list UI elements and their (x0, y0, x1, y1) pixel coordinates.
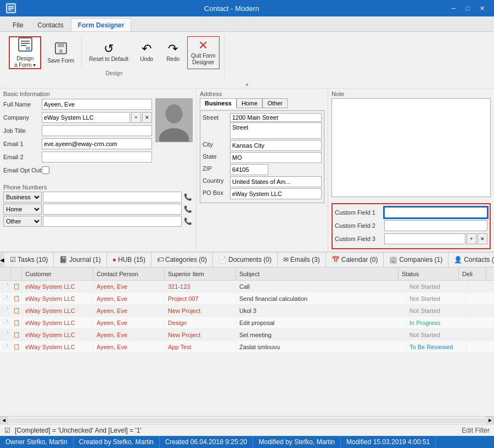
tab-categories[interactable]: 🏷 Categories (0) (151, 252, 213, 267)
categories-label: Categories (0) (165, 256, 207, 264)
phone-home-icon[interactable]: 📞 (183, 204, 193, 215)
street1-input[interactable] (230, 113, 322, 122)
note-textarea[interactable] (332, 98, 491, 197)
custom-field-3-remove-button[interactable]: ✕ (478, 233, 487, 244)
job-title-input[interactable] (42, 125, 152, 136)
hscroll-right-button[interactable]: ▶ (486, 417, 494, 424)
row2-contact[interactable]: Ayeen, Eve (93, 293, 165, 304)
row5-customer[interactable]: eWay System LLC (22, 329, 93, 340)
custom-field-3-input[interactable] (384, 233, 465, 244)
street2-input[interactable]: Street (230, 122, 322, 139)
row2-customer[interactable]: eWay System LLC (22, 293, 93, 304)
company-remove-button[interactable]: ✕ (142, 112, 152, 123)
row6-customer[interactable]: eWay System LLC (22, 341, 93, 352)
th-status[interactable]: Status (398, 267, 459, 280)
row6-contact[interactable]: Ayeen, Eve (93, 341, 165, 352)
form-scroll-up[interactable]: ▲ (0, 81, 494, 88)
row2-icon1: 📄 (0, 293, 11, 304)
tab-journal[interactable]: 📓 Journal (1) (54, 252, 106, 267)
row1-customer[interactable]: eWay System LLC (22, 281, 93, 292)
row6-subject: Zaslat smlouvu (236, 341, 406, 352)
row4-contact[interactable]: Ayeen, Eve (93, 317, 165, 328)
company-input[interactable] (42, 112, 130, 123)
th-customer[interactable]: Customer (22, 267, 93, 280)
tab-tasks[interactable]: ☑ Tasks (10) (4, 252, 54, 267)
row3-contact[interactable]: Ayeen, Eve (93, 305, 165, 316)
tab-form-designer[interactable]: Form Designer (71, 18, 132, 31)
phone-business-icon[interactable]: 📞 (183, 192, 193, 203)
full-name-input[interactable] (42, 99, 152, 110)
svg-rect-8 (26, 47, 30, 50)
tab-hub[interactable]: ● HUB (15) (107, 252, 151, 267)
th-superior[interactable]: Superior Item (165, 267, 236, 280)
phone-other-icon[interactable]: 📞 (183, 216, 193, 227)
custom-field-3-combo: + ✕ (384, 233, 487, 244)
country-input[interactable] (230, 176, 322, 187)
minimize-button[interactable]: ─ (447, 3, 460, 13)
company-field: + ✕ (42, 112, 152, 123)
row5-superior[interactable]: New Project (165, 329, 236, 340)
redo-button[interactable]: ↷ Redo (161, 36, 185, 69)
phone-home-input[interactable] (43, 204, 182, 215)
undo-button[interactable]: ↶ Undo (134, 36, 159, 69)
custom-field-1-input[interactable] (384, 207, 487, 218)
reset-to-default-button[interactable]: ↺ Reset to Default (85, 36, 132, 69)
hscroll-left-button[interactable]: ◀ (0, 417, 8, 424)
custom-field-3-add-button[interactable]: + (467, 233, 476, 244)
tabs-left-arrow[interactable]: ◀ (0, 252, 4, 267)
phone-business-type[interactable]: Business Home Other (3, 192, 42, 203)
horizontal-scrollbar[interactable]: ◀ ▶ (0, 416, 494, 424)
redo-icon: ↷ (168, 43, 178, 55)
tab-file[interactable]: File (5, 18, 30, 31)
row5-status: Not Started (406, 329, 467, 340)
tabs-bar: ◀ ☑ Tasks (10) 📓 Journal (1) ● HUB (15) … (0, 252, 494, 267)
save-form-button[interactable]: Save Form (43, 36, 78, 69)
phone-other-input[interactable] (43, 216, 182, 227)
row1-contact[interactable]: Ayeen, Eve (93, 281, 165, 292)
email-opt-out-checkbox[interactable] (42, 166, 49, 174)
row2-superior[interactable]: Project 007 (165, 293, 236, 304)
tab-contacts[interactable]: 👤 Contacts (0) (448, 252, 494, 267)
row3-superior[interactable]: New Project (165, 305, 236, 316)
company-add-button[interactable]: + (131, 112, 141, 123)
row5-contact[interactable]: Ayeen, Eve (93, 329, 165, 340)
note-header: Note (328, 88, 494, 98)
zip-input[interactable] (230, 164, 268, 175)
row3-customer[interactable]: eWay System LLC (22, 305, 93, 316)
phone-other-type[interactable]: Other Business Home (3, 216, 42, 227)
address-tab-other[interactable]: Other (262, 98, 288, 108)
restore-button[interactable]: □ (461, 3, 474, 13)
phone-home-type[interactable]: Home Business Other (3, 204, 42, 215)
hscroll-track[interactable] (9, 419, 485, 422)
table-row: 📄 📋 eWay System LLC Ayeen, Eve New Proje… (0, 329, 494, 341)
window-controls[interactable]: ─ □ ✕ (447, 3, 489, 13)
pobox-input[interactable] (230, 188, 322, 199)
tab-documents[interactable]: 📄 Documents (0) (213, 252, 278, 267)
row6-superior[interactable]: App Test (165, 341, 236, 352)
address-tab-home[interactable]: Home (237, 98, 262, 108)
row4-customer[interactable]: eWay System LLC (22, 317, 93, 328)
tab-companies[interactable]: 🏢 Companies (1) (384, 252, 448, 267)
design-form-button[interactable]: Designa Form ▾ (9, 36, 41, 69)
email1-input[interactable] (42, 138, 152, 149)
state-input[interactable] (230, 152, 322, 163)
close-button[interactable]: ✕ (475, 3, 489, 13)
th-deli[interactable]: Deli (459, 267, 486, 280)
th-contact[interactable]: Contact Person (93, 267, 165, 280)
quit-form-designer-button[interactable]: ✕ Quit FormDesigner (187, 36, 219, 69)
basic-info-column: Basic Information Full Name Company + ✕ … (0, 88, 197, 251)
th-subject[interactable]: Subject (236, 267, 398, 280)
email2-input[interactable] (42, 152, 152, 163)
tab-emails[interactable]: ✉ Emails (3) (278, 252, 326, 267)
edit-filter-button[interactable]: Edit Filter (462, 427, 490, 434)
tab-contacts[interactable]: Contacts (30, 18, 70, 31)
row1-superior[interactable]: 321-123 (165, 281, 236, 292)
address-tab-business[interactable]: Business (200, 98, 237, 108)
documents-label: Documents (0) (228, 256, 272, 264)
city-input[interactable] (230, 140, 322, 151)
custom-field-2-input[interactable] (384, 220, 487, 231)
row4-superior[interactable]: Design (165, 317, 236, 328)
pobox-row: PO Box (203, 188, 322, 199)
phone-business-input[interactable] (43, 192, 182, 203)
tab-calendar[interactable]: 📅 Calendar (0) (326, 252, 384, 267)
